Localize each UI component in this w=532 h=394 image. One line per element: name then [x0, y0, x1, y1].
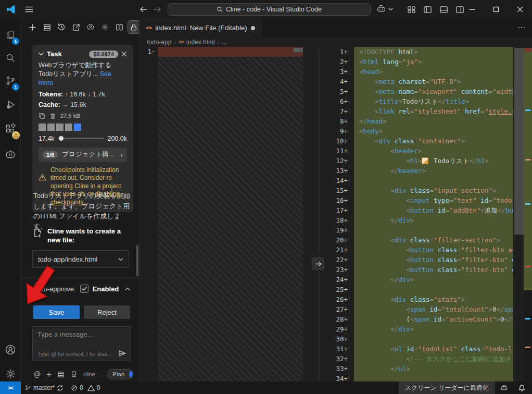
copilot-status-icon[interactable]	[495, 381, 513, 394]
act-option[interactable]: Act	[129, 369, 133, 379]
sidebar-item-explorer[interactable]: 1	[0, 26, 21, 44]
progress-label: プロジェクト構...	[62, 150, 114, 159]
context-max: 200.0k	[107, 135, 127, 142]
line-number: 24+	[321, 275, 354, 285]
sidebar-item-source-control[interactable]: 1	[0, 72, 21, 90]
new-file-icon	[33, 228, 42, 238]
auto-approve-checkbox[interactable]	[80, 285, 88, 293]
model-label[interactable]: cline:...	[83, 371, 102, 377]
diff-swap-button[interactable]	[312, 257, 324, 270]
warning-triangle-icon	[39, 174, 46, 181]
diff-modified-pane[interactable]: 1+<!DOCTYPE html>2+<html lang="ja">3+<he…	[321, 47, 532, 381]
menu-hamburger-icon[interactable]	[25, 6, 33, 13]
mention-icon[interactable]: @	[33, 370, 41, 378]
title-bar: Cline - code - Visual Studio Code	[0, 0, 532, 19]
reject-button[interactable]: Reject	[84, 305, 130, 319]
diff-original-pane[interactable]: 1−	[140, 47, 318, 381]
code-line: 20+ <div class="filter-section">	[321, 235, 532, 245]
git-branch-item[interactable]: master*	[21, 381, 67, 394]
tool-request-title: Cline wants to create a new file:	[47, 227, 132, 245]
minimize-button[interactable]	[460, 0, 484, 19]
modified-dot-icon[interactable]	[251, 26, 255, 30]
add-context-icon[interactable]: +	[46, 370, 52, 379]
remote-indicator[interactable]: ><	[0, 381, 21, 394]
plan-option[interactable]: Plan	[108, 371, 129, 377]
settings-gear-icon[interactable]	[0, 365, 21, 383]
breadcrumb-folder[interactable]: todo-app	[147, 39, 171, 46]
open-in-editor-icon[interactable]	[70, 21, 82, 33]
context-slider[interactable]	[58, 138, 105, 139]
lock-icon[interactable]	[128, 21, 140, 33]
settings-icon[interactable]	[99, 21, 111, 33]
problems-item[interactable]: 0 0	[67, 381, 104, 394]
code-line: 25+	[321, 285, 532, 294]
code-line: 10+ <div class="container">	[321, 136, 532, 146]
mcp-icon[interactable]	[57, 371, 65, 378]
line-number: 7+	[321, 106, 354, 116]
new-task-icon[interactable]	[27, 21, 39, 33]
mcp-servers-icon[interactable]	[42, 21, 53, 33]
editor-group: <> index.html: New File (Editable) ⋯ tod…	[140, 19, 532, 381]
code-line: 21+ <button class="filter-btn active" da…	[321, 245, 532, 255]
screen-reader-item[interactable]: スクリーン リーダーに最適化	[399, 381, 495, 394]
copilot-menu[interactable]	[376, 4, 393, 15]
trash-icon[interactable]	[49, 113, 56, 119]
sidebar-item-cline[interactable]	[0, 145, 21, 163]
save-button[interactable]: Save	[33, 305, 80, 319]
breadcrumb-file[interactable]: index.html	[186, 39, 215, 46]
context-window-row: 17.4k 200.0k	[39, 135, 127, 142]
accounts-icon[interactable]	[0, 341, 21, 359]
warnings-icon	[87, 385, 95, 391]
toggle-panel-icon[interactable]	[439, 5, 448, 14]
code-line: 33+ </ul>	[321, 364, 532, 374]
code-line: 31+ <ul id="todoList" class="todo-list">	[321, 344, 532, 354]
progress-button[interactable]: 1/6 プロジェクト構... ›	[39, 147, 127, 162]
toggle-primary-sidebar-icon[interactable]	[423, 5, 432, 14]
chevron-right-icon: ›	[120, 151, 123, 159]
history-icon[interactable]	[56, 21, 68, 33]
warning-count: 0	[97, 384, 100, 391]
sidebar-item-extensions[interactable]	[0, 120, 21, 138]
model-icon[interactable]	[70, 371, 78, 378]
sidebar-scrollbar[interactable]	[136, 245, 138, 276]
plan-act-toggle[interactable]: Plan Act	[107, 369, 133, 379]
maximize-button[interactable]	[484, 0, 508, 19]
command-center-search[interactable]: Cline - code - Visual Studio Code	[168, 3, 371, 16]
tab-index-html[interactable]: <> index.html: New File (Editable)	[140, 19, 262, 37]
cline-toolbar	[21, 19, 140, 35]
task-collapse-chevron-icon[interactable]	[39, 52, 44, 56]
editor-scrollbar[interactable]	[514, 48, 524, 235]
notifications-bell-icon[interactable]	[513, 381, 532, 394]
line-number: 22+	[321, 255, 354, 265]
vscode-logo-icon	[6, 5, 16, 14]
close-button[interactable]	[508, 0, 532, 19]
file-path-select[interactable]: todo-app/index.html	[32, 250, 129, 268]
line-number: 23+	[321, 265, 354, 275]
account-icon[interactable]	[85, 21, 96, 33]
task-cost-badge: $0.0974	[89, 51, 118, 58]
copy-icon[interactable]	[39, 113, 45, 119]
line-number: 5+	[321, 87, 354, 96]
code-line: 18+ </div>	[321, 215, 532, 225]
line-number: 9+	[321, 126, 354, 136]
split-editor-icon[interactable]	[114, 21, 125, 33]
chat-input[interactable]	[33, 327, 131, 347]
context-usage-blocks	[39, 124, 127, 131]
customize-layout-icon[interactable]	[407, 5, 416, 14]
sidebar-item-search[interactable]	[0, 49, 21, 67]
chevron-up-icon[interactable]	[125, 287, 130, 291]
auto-approve-row[interactable]: Auto-approve: Enabled	[33, 285, 130, 293]
tokens-row: Tokens: ↑ 16.6k ↓ 1.7k	[39, 91, 127, 98]
breadcrumb-symbol[interactable]: ...	[222, 39, 227, 46]
chat-input-box[interactable]: Type @ for context, / for slas...	[32, 326, 131, 361]
task-close-icon[interactable]	[121, 51, 127, 57]
branch-name: master*	[33, 384, 55, 391]
original-scrollbar[interactable]	[294, 48, 303, 52]
line-number: 4+	[321, 77, 354, 87]
history-forward-icon[interactable]	[153, 6, 161, 13]
line-number: 25+	[321, 285, 354, 294]
sidebar-item-run-debug[interactable]	[0, 96, 21, 114]
editor-actions-more-icon[interactable]: ⋯	[517, 23, 526, 32]
send-icon[interactable]	[118, 350, 126, 357]
history-back-icon[interactable]	[140, 6, 148, 13]
